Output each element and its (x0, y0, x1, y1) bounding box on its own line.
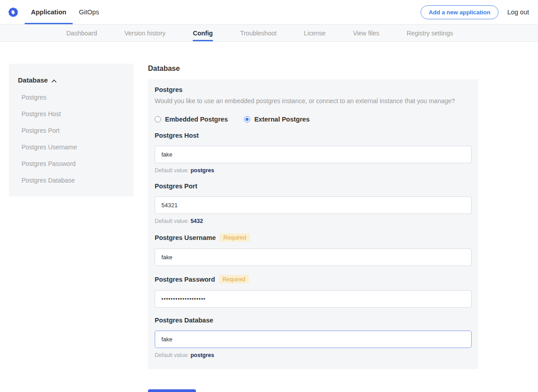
postgres-item-label: Postgres (155, 86, 472, 93)
required-badge: Required (219, 275, 249, 283)
logout-link[interactable]: Log out (508, 9, 529, 16)
field-postgres-port: Postgres Port Default value: 5432 (155, 183, 472, 224)
sidebar-item-list: Postgres Postgres Host Postgres Port Pos… (18, 94, 125, 184)
default-prefix: Default value: (155, 218, 191, 224)
radio-unchecked-icon[interactable] (155, 116, 161, 122)
tab-gitops-label: GitOps (79, 9, 99, 16)
radio-external-label: External Postgres (254, 116, 309, 123)
add-new-application-button[interactable]: Add a new application (421, 5, 498, 19)
sidebar-item-postgres-host[interactable]: Postgres Host (22, 110, 125, 118)
default-value: postgres (191, 167, 214, 174)
default-prefix: Default value: (155, 167, 191, 174)
config-sidebar: Database Postgres Postgres Host Postgres… (9, 64, 134, 196)
config-page: Database Postgres Postgres Host Postgres… (0, 42, 538, 391)
postgres-password-label-text: Postgres Password (155, 276, 215, 283)
postgres-host-label: Postgres Host (155, 132, 472, 139)
topbar-right: Add a new application Log out (421, 0, 538, 24)
postgres-host-default: Default value: postgres (155, 167, 472, 174)
subnav-version-history[interactable]: Version history (125, 25, 166, 41)
postgres-database-default: Default value: postgres (155, 352, 472, 358)
subnav-license[interactable]: License (304, 25, 325, 41)
config-group-panel: Postgres Would you like to use an embedd… (148, 79, 478, 369)
radio-embedded-postgres[interactable]: Embedded Postgres (155, 116, 228, 123)
sidebar-item-postgres-password[interactable]: Postgres Password (22, 160, 125, 167)
postgres-port-default: Default value: 5432 (155, 218, 472, 224)
tab-application-label: Application (31, 9, 66, 16)
postgres-database-input[interactable] (155, 331, 472, 348)
radio-embedded-label: Embedded Postgres (165, 116, 228, 123)
default-value: postgres (191, 352, 214, 358)
subnav-config[interactable]: Config (193, 25, 213, 41)
postgres-port-input[interactable] (155, 196, 472, 214)
subnav-troubleshoot[interactable]: Troubleshoot (240, 25, 277, 41)
tab-gitops[interactable]: GitOps (73, 0, 105, 24)
sidebar-item-postgres-username[interactable]: Postgres Username (22, 144, 125, 151)
postgres-database-label: Postgres Database (155, 317, 472, 324)
subnav-registry-settings[interactable]: Registry settings (407, 25, 453, 41)
top-navbar: Application GitOps Add a new application… (0, 0, 538, 24)
postgres-port-label: Postgres Port (155, 183, 472, 190)
sidebar-item-postgres[interactable]: Postgres (22, 94, 125, 101)
field-postgres-database: Postgres Database Default value: postgre… (155, 317, 472, 358)
group-heading: Database (148, 65, 478, 73)
app-logo[interactable] (0, 0, 25, 24)
sidebar-group-database[interactable]: Database (18, 76, 125, 84)
required-badge: Required (220, 233, 250, 242)
postgres-username-label-text: Postgres Username (155, 234, 216, 241)
subnav-view-files[interactable]: View files (353, 25, 379, 41)
radio-checked-icon[interactable] (244, 116, 250, 122)
postgres-username-label: Postgres Username Required (155, 233, 472, 242)
sidebar-item-postgres-database[interactable]: Postgres Database (22, 177, 125, 184)
postgres-password-input[interactable] (155, 290, 472, 308)
field-postgres-host: Postgres Host Default value: postgres (155, 132, 472, 174)
subnav-dashboard[interactable]: Dashboard (66, 25, 97, 41)
tab-application[interactable]: Application (25, 0, 73, 24)
postgres-password-label: Postgres Password Required (155, 275, 472, 283)
postgres-help-text: Would you like to use an embedded postgr… (155, 97, 472, 105)
postgres-username-input[interactable] (155, 248, 472, 266)
save-config-button[interactable]: Save config (148, 389, 196, 392)
default-prefix: Default value: (155, 352, 191, 358)
default-value: 5432 (191, 218, 203, 224)
config-content: Database Postgres Would you like to use … (148, 65, 478, 392)
postgres-host-input[interactable] (155, 146, 472, 163)
app-logo-icon (8, 7, 18, 17)
postgres-radio-group: Embedded Postgres External Postgres (155, 116, 472, 123)
top-tabs: Application GitOps (25, 0, 105, 24)
radio-external-postgres[interactable]: External Postgres (244, 116, 309, 123)
app-subnav: Dashboard Version history Config Trouble… (0, 24, 538, 42)
sidebar-group-title-label: Database (18, 76, 48, 84)
chevron-up-icon (51, 77, 57, 84)
field-postgres-password: Postgres Password Required (155, 275, 472, 308)
sidebar-item-postgres-port[interactable]: Postgres Port (22, 127, 125, 134)
field-postgres-username: Postgres Username Required (155, 233, 472, 266)
